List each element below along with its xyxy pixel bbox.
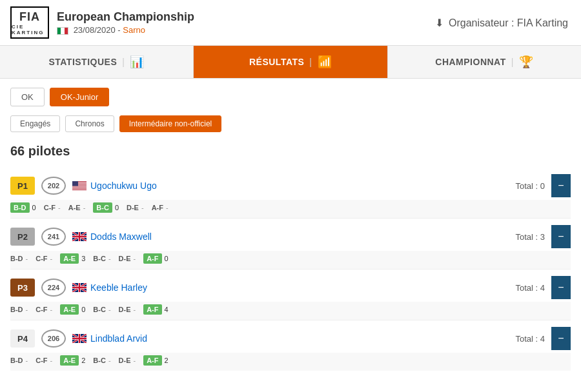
fia-logo: FIA CIE KARTING bbox=[10, 6, 49, 39]
result-block: P2 241 Dodds Maxwell Total : 3 − B-D bbox=[10, 218, 571, 269]
flag-us bbox=[72, 181, 87, 190]
session-label: A-F bbox=[143, 253, 161, 264]
flag-gb bbox=[72, 334, 87, 343]
session-dash: - bbox=[134, 255, 136, 262]
session-dash: - bbox=[134, 306, 136, 313]
session-row: B-D - C-F - A-E 2 bbox=[10, 353, 571, 371]
session-dash: - bbox=[50, 306, 53, 313]
stats-icon: 📊 bbox=[130, 55, 145, 69]
flag-gb bbox=[72, 232, 87, 241]
session-label: B-C bbox=[93, 255, 106, 262]
driver-number-circle: 206 bbox=[41, 329, 66, 348]
tab-statistiques-label: STATISTIQUES bbox=[48, 57, 117, 67]
session-label: A-E bbox=[60, 253, 79, 264]
btn-ok[interactable]: OK bbox=[10, 88, 45, 106]
nav-tabs: STATISTIQUES | 📊 RÉSULTATS | 📶 CHAMPIONN… bbox=[0, 46, 581, 79]
btn-ok-junior[interactable]: OK-Junior bbox=[50, 88, 110, 106]
session-value: 2 bbox=[165, 357, 168, 364]
session-label: B-C bbox=[93, 202, 112, 213]
separator: | bbox=[122, 57, 125, 67]
result-block: P4 206 Lindblad Arvid Total : 4 − B-D bbox=[10, 320, 571, 371]
expand-button[interactable]: − bbox=[551, 327, 571, 350]
tab-resultats-label: RÉSULTATS bbox=[249, 57, 304, 67]
session-label: A-E bbox=[60, 355, 79, 366]
svg-rect-7 bbox=[72, 181, 78, 186]
position-badge: P4 bbox=[10, 329, 35, 348]
session-dash: - bbox=[134, 357, 136, 364]
session-label: A-F bbox=[152, 204, 163, 211]
session-label: B-C bbox=[93, 306, 106, 313]
total-label: Total : 0 bbox=[515, 181, 545, 191]
session-label: D-E bbox=[119, 306, 131, 313]
session-dash: - bbox=[58, 204, 61, 211]
session-label: B-D bbox=[10, 357, 23, 364]
flag-gb bbox=[72, 283, 87, 292]
result-main-row: P4 206 Lindblad Arvid Total : 4 − bbox=[10, 323, 571, 353]
result-block: P3 224 Keeble Harley Total : 4 − B-D bbox=[10, 269, 571, 320]
separator3: | bbox=[511, 57, 514, 67]
btn-chronos[interactable]: Chronos bbox=[65, 115, 114, 132]
session-label: D-E bbox=[119, 255, 131, 262]
driver-name[interactable]: Keeble Harley bbox=[90, 282, 515, 293]
main-content: OK OK-Junior Engagés Chronos Intermédair… bbox=[0, 79, 581, 380]
session-label: C-F bbox=[36, 255, 47, 262]
session-label: A-E bbox=[68, 204, 81, 211]
svg-rect-4 bbox=[72, 186, 87, 187]
position-badge: P2 bbox=[10, 228, 35, 246]
session-row: B-D - C-F - A-E 0 bbox=[10, 302, 571, 320]
session-dash: - bbox=[26, 306, 28, 313]
session-label: A-E bbox=[60, 304, 79, 315]
tab-resultats[interactable]: RÉSULTATS | 📶 bbox=[194, 46, 387, 78]
total-label: Total : 4 bbox=[515, 334, 545, 344]
subcategory-row: Engagés Chronos Intermédaire non-officie… bbox=[10, 115, 571, 132]
session-dash: - bbox=[50, 357, 53, 364]
result-main-row: P1 202 Ugochukwu Ugo Total : 0 − bbox=[10, 170, 571, 200]
driver-name[interactable]: Dodds Maxwell bbox=[90, 231, 515, 242]
session-value: 0 bbox=[81, 306, 85, 313]
driver-number-circle: 202 bbox=[41, 177, 66, 195]
session-label: B-C bbox=[93, 357, 106, 364]
results-list: P1 202 Ugochukwu Ugo Total : 0 − B-D bbox=[10, 168, 571, 371]
btn-intermediaire[interactable]: Intermédaire non-officiel bbox=[119, 115, 222, 132]
expand-button[interactable]: − bbox=[551, 174, 571, 197]
event-title: European Championship bbox=[57, 10, 194, 24]
session-label: A-F bbox=[143, 355, 161, 366]
svg-rect-6 bbox=[72, 189, 87, 190]
separator2: | bbox=[309, 57, 312, 67]
session-dash: - bbox=[108, 255, 111, 262]
driver-name[interactable]: Lindblad Arvid bbox=[90, 333, 515, 344]
tab-championnat[interactable]: CHAMPIONNAT | 🏆 bbox=[388, 46, 581, 78]
svg-rect-5 bbox=[72, 188, 87, 188]
category-row: OK OK-Junior bbox=[10, 88, 571, 106]
position-badge: P1 bbox=[10, 177, 35, 195]
session-dash: - bbox=[166, 204, 168, 211]
session-label: D-E bbox=[119, 357, 131, 364]
expand-button[interactable]: − bbox=[551, 276, 571, 299]
expand-button[interactable]: − bbox=[551, 225, 571, 248]
session-value: 4 bbox=[165, 306, 168, 313]
result-block: P1 202 Ugochukwu Ugo Total : 0 − B-D bbox=[10, 168, 571, 218]
organizer-icon: ⬇ bbox=[435, 17, 443, 28]
result-main-row: P3 224 Keeble Harley Total : 4 − bbox=[10, 272, 571, 302]
session-dash: - bbox=[50, 255, 53, 262]
organizer-text: Organisateur : FIA Karting bbox=[449, 17, 568, 28]
session-dash: - bbox=[83, 204, 86, 211]
session-row: B-D 0 C-F - A-E - bbox=[10, 200, 571, 218]
fia-text: FIA bbox=[19, 10, 40, 24]
btn-engages[interactable]: Engagés bbox=[10, 115, 60, 132]
session-dash: - bbox=[26, 357, 28, 364]
flag-italy bbox=[57, 27, 68, 35]
header: FIA CIE KARTING European Championship 23… bbox=[0, 0, 581, 46]
tab-statistiques[interactable]: STATISTIQUES | 📊 bbox=[0, 46, 194, 78]
total-label: Total : 3 bbox=[515, 232, 545, 242]
event-info: European Championship 23/08/2020 - Sarno bbox=[57, 10, 194, 35]
trophy-icon: 🏆 bbox=[519, 55, 534, 69]
event-location-link[interactable]: Sarno bbox=[123, 25, 145, 35]
driver-name[interactable]: Ugochukwu Ugo bbox=[90, 181, 515, 191]
header-right: ⬇ Organisateur : FIA Karting bbox=[435, 17, 571, 29]
session-value: 0 bbox=[165, 255, 168, 262]
header-left: FIA CIE KARTING European Championship 23… bbox=[10, 6, 194, 39]
session-dash: - bbox=[108, 357, 111, 364]
session-value: 3 bbox=[81, 255, 85, 262]
event-date: 23/08/2020 - Sarno bbox=[57, 25, 194, 35]
